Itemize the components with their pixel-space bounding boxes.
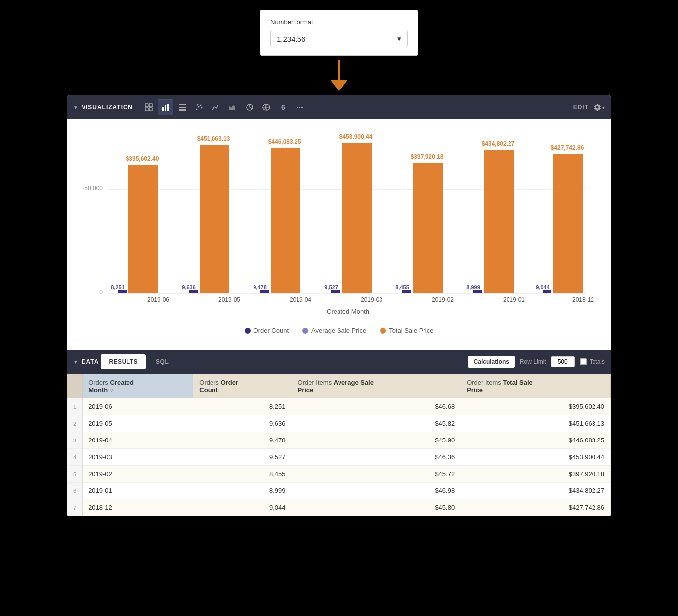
svg-text:$434,802.27: $434,802.27 [482,140,515,147]
number-format-value: 1,234.56 [277,35,305,43]
row-total-price: $395,602.40 [461,398,611,415]
svg-rect-2 [145,108,148,111]
svg-text:2018-12: 2018-12 [572,296,594,303]
svg-text:9,636: 9,636 [182,284,196,290]
svg-text:2019-06: 2019-06 [147,296,169,303]
svg-rect-5 [165,105,166,111]
svg-text:9,044: 9,044 [536,284,550,290]
svg-rect-50 [484,150,514,293]
chevron-down-icon: ▾ [397,34,401,43]
svg-rect-1 [149,104,152,107]
settings-button[interactable]: ▾ [593,103,605,111]
svg-rect-29 [189,290,198,293]
totals-checkbox[interactable] [580,358,587,365]
svg-rect-55 [553,154,583,293]
total-price-dot [380,328,386,334]
results-tab[interactable]: RESULTS [101,354,146,369]
svg-text:Created Month: Created Month [327,308,369,315]
chart-svg: 250,000 0 $395,602.40 8,251 2019-06 $451… [83,131,595,319]
svg-rect-24 [118,290,127,293]
legend-avg-sale-price: Average Sale Price [302,327,366,334]
svg-text:9,478: 9,478 [253,284,267,290]
svg-rect-35 [271,148,300,293]
table-row: 2 2019-05 9,636 $45.82 $451,663.13 [67,415,611,432]
svg-rect-54 [543,290,551,293]
row-avg-price: $46.36 [292,449,461,466]
svg-point-14 [197,104,199,106]
svg-rect-9 [179,109,186,111]
row-number: 6 [67,483,83,499]
row-order-count: 9,636 [193,415,292,432]
table-viz-button[interactable] [141,99,157,115]
avg-price-label: Average Sale Price [311,327,366,334]
data-chevron-icon: ▼ [73,359,79,365]
edit-button[interactable]: EDIT [573,104,589,111]
row-avg-price: $46.68 [292,398,461,415]
row-number: 7 [67,499,83,516]
calculations-button[interactable]: Calculations [468,356,515,368]
svg-rect-0 [145,104,148,107]
svg-point-11 [198,106,200,108]
number-format-select[interactable]: 1,234.56 ▾ [270,30,408,47]
viz-toolbar: 6 ••• [141,99,569,115]
legend-order-count: Order Count [245,327,289,334]
map-viz-button[interactable] [258,99,274,115]
svg-rect-44 [402,290,411,293]
data-header-right: Calculations Row Limit Totals [468,356,605,368]
column-viz-button[interactable] [174,99,190,115]
svg-text:$453,900.44: $453,900.44 [339,133,373,140]
svg-text:2019-03: 2019-03 [361,296,382,303]
svg-point-13 [201,107,203,109]
sql-tab[interactable]: SQL [148,354,176,369]
avg-sale-price-header[interactable]: Order Items Average SalePrice [292,374,461,398]
order-count-label: Order Count [254,327,289,334]
svg-text:2019-01: 2019-01 [503,296,525,303]
svg-rect-6 [167,104,169,111]
row-number-header [67,374,83,398]
legend-total-sale-price: Total Sale Price [380,327,433,334]
more-viz-button[interactable]: ••• [292,99,308,115]
svg-text:2019-04: 2019-04 [290,296,311,303]
data-title: ▼ DATA [73,358,99,365]
row-avg-price: $45.90 [292,432,461,449]
bar-chart-viz-button[interactable] [158,99,173,115]
svg-point-10 [196,109,198,110]
total-sale-price-header[interactable]: Order Items Total SalePrice [461,374,611,398]
single-value-viz-button[interactable]: 6 [275,99,291,115]
row-month: 2019-06 [83,398,193,415]
row-number: 4 [67,449,83,466]
visualization-header: ▼ VISUALIZATION [67,95,611,119]
row-total-price: $451,663.13 [461,415,611,432]
row-month: 2019-03 [83,449,193,466]
main-content: ▼ VISUALIZATION [67,95,611,516]
svg-text:$427,742.86: $427,742.86 [551,144,584,151]
svg-rect-7 [179,104,186,105]
number-format-label: Number format [270,18,408,26]
created-month-header[interactable]: Orders CreatedMonth ∨ [83,374,193,398]
svg-rect-30 [200,145,229,293]
chevron-down-icon: ▾ [602,105,605,110]
pie-viz-button[interactable] [242,99,257,115]
scatter-viz-button[interactable] [191,99,207,115]
svg-text:2019-05: 2019-05 [218,296,240,303]
row-order-count: 9,527 [193,449,292,466]
order-count-dot [245,328,251,334]
svg-rect-4 [162,107,164,111]
row-total-price: $453,900.44 [461,449,611,466]
down-arrow [330,56,348,95]
svg-rect-3 [149,108,152,111]
row-number: 3 [67,432,83,449]
row-order-count: 8,251 [193,398,292,415]
row-limit-label: Row Limit [520,358,546,365]
area-viz-button[interactable] [225,99,241,115]
svg-text:9,527: 9,527 [324,284,338,290]
order-count-header[interactable]: Orders OrderCount [193,374,292,398]
totals-label: Totals [580,358,605,365]
row-number: 1 [67,398,83,415]
svg-text:$446,083.25: $446,083.25 [268,138,301,145]
row-limit-input[interactable] [551,356,575,367]
line-viz-button[interactable] [208,99,224,115]
svg-text:8,251: 8,251 [111,284,125,290]
svg-point-12 [200,105,202,106]
row-avg-price: $45.82 [292,415,461,432]
